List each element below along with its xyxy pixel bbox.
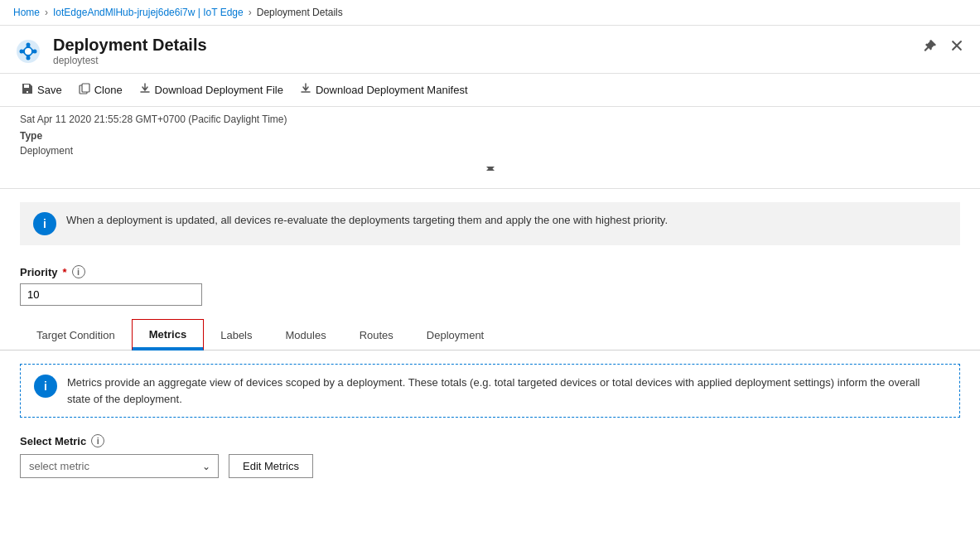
date-row: Sat Apr 11 2020 21:55:28 GMT+0700 (Pacif… bbox=[20, 114, 960, 125]
collapse-button[interactable] bbox=[20, 160, 960, 178]
deployment-banner-text: When a deployment is updated, all device… bbox=[66, 212, 668, 229]
metrics-info-icon: i bbox=[34, 375, 57, 398]
pin-button[interactable] bbox=[920, 36, 940, 56]
priority-info-icon[interactable]: i bbox=[72, 265, 85, 278]
breadcrumb-sep2: › bbox=[249, 7, 252, 18]
breadcrumb-current: Deployment Details bbox=[257, 7, 343, 18]
svg-point-3 bbox=[20, 49, 24, 53]
download-manifest-label: Download Deployment Manifest bbox=[316, 84, 468, 96]
edit-metrics-button[interactable]: Edit Metrics bbox=[229, 454, 313, 478]
tab-metrics[interactable]: Metrics bbox=[132, 319, 205, 351]
info-icon-circle: i bbox=[33, 212, 56, 235]
panel-header: Deployment Details deploytest bbox=[0, 26, 980, 74]
clone-icon bbox=[79, 83, 90, 97]
breadcrumb: Home › IotEdgeAndMlHub-jrujej6de6i7w | I… bbox=[0, 0, 980, 26]
metric-select-wrapper: select metric ⌄ bbox=[20, 454, 219, 478]
svg-point-5 bbox=[27, 42, 31, 46]
save-button[interactable]: Save bbox=[13, 79, 70, 101]
tab-deployment[interactable]: Deployment bbox=[410, 321, 500, 350]
save-icon bbox=[22, 83, 33, 97]
save-label: Save bbox=[37, 84, 62, 96]
svg-point-4 bbox=[33, 49, 37, 53]
select-metric-label: Select Metric i bbox=[20, 434, 960, 447]
type-value: Deployment bbox=[20, 145, 960, 157]
breadcrumb-home[interactable]: Home bbox=[13, 7, 40, 18]
breadcrumb-hub[interactable]: IotEdgeAndMlHub-jrujej6de6i7w | IoT Edge bbox=[53, 7, 244, 18]
tab-modules[interactable]: Modules bbox=[269, 321, 343, 350]
priority-section: Priority * i bbox=[0, 259, 980, 319]
required-indicator: * bbox=[63, 266, 67, 278]
toolbar: Save Clone Download Deployment File Down… bbox=[0, 74, 980, 107]
panel-controls bbox=[920, 36, 967, 56]
download-file-icon bbox=[139, 83, 151, 97]
iot-edge-icon bbox=[13, 36, 43, 66]
svg-point-6 bbox=[27, 56, 31, 60]
breadcrumb-sep1: › bbox=[45, 7, 48, 18]
select-metric-row: select metric ⌄ Edit Metrics bbox=[20, 454, 960, 478]
page-title: Deployment Details bbox=[53, 36, 207, 55]
tab-labels[interactable]: Labels bbox=[204, 321, 268, 350]
download-file-button[interactable]: Download Deployment File bbox=[131, 79, 292, 101]
metrics-info-banner: i Metrics provide an aggregate view of d… bbox=[20, 364, 960, 418]
close-button[interactable] bbox=[947, 36, 967, 56]
download-manifest-icon bbox=[300, 83, 311, 97]
content-area[interactable]: Sat Apr 11 2020 21:55:28 GMT+0700 (Pacif… bbox=[0, 107, 980, 554]
panel-subtitle: deploytest bbox=[53, 55, 207, 66]
panel-title-area: Deployment Details deploytest bbox=[13, 36, 207, 66]
clone-button[interactable]: Clone bbox=[70, 79, 131, 101]
metric-select[interactable]: select metric bbox=[20, 454, 219, 478]
download-manifest-button[interactable]: Download Deployment Manifest bbox=[292, 79, 476, 101]
deployment-update-banner: i When a deployment is updated, all devi… bbox=[20, 202, 960, 245]
priority-input[interactable] bbox=[20, 283, 202, 306]
type-label: Type bbox=[20, 130, 960, 142]
metrics-banner-text: Metrics provide an aggregate view of dev… bbox=[67, 375, 946, 407]
select-metric-info-icon[interactable]: i bbox=[91, 434, 104, 447]
svg-point-2 bbox=[25, 48, 31, 55]
clone-label: Clone bbox=[94, 84, 123, 96]
deployment-details-panel: Deployment Details deploytest Save bbox=[0, 26, 980, 554]
select-metric-section: Select Metric i select metric ⌄ Edit Met… bbox=[0, 431, 980, 491]
info-section: Sat Apr 11 2020 21:55:28 GMT+0700 (Pacif… bbox=[0, 107, 980, 189]
tab-routes[interactable]: Routes bbox=[343, 321, 410, 350]
priority-label: Priority * i bbox=[20, 265, 960, 278]
download-file-label: Download Deployment File bbox=[155, 84, 283, 96]
panel-title-text: Deployment Details deploytest bbox=[53, 36, 207, 66]
tabs-bar: Target Condition Metrics Labels Modules … bbox=[0, 319, 980, 351]
tab-target-condition[interactable]: Target Condition bbox=[20, 321, 132, 350]
svg-rect-8 bbox=[82, 84, 89, 92]
